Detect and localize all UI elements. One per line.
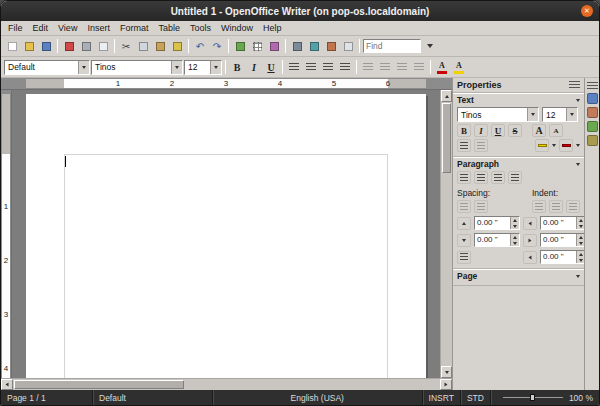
titlebar[interactable]: Untitled 1 - OpenOffice Writer (on pop-o…: [1, 1, 599, 21]
navigator-tab-icon[interactable]: [587, 135, 598, 146]
menu-edit[interactable]: Edit: [28, 22, 54, 34]
align-center-icon[interactable]: [474, 171, 488, 184]
numbering-icon[interactable]: [360, 59, 376, 75]
grow-font-icon[interactable]: A: [532, 124, 546, 137]
spin-down-icon[interactable]: [576, 240, 584, 246]
chevron-down-icon[interactable]: [210, 61, 221, 74]
chevron-down-icon[interactable]: [527, 108, 538, 121]
chevron-down-icon[interactable]: [566, 108, 577, 121]
decrease-indent-icon[interactable]: [549, 200, 563, 213]
highlight-color-dropdown-icon[interactable]: [552, 144, 556, 147]
menu-tools[interactable]: Tools: [185, 22, 216, 34]
zoom-icon[interactable]: [340, 38, 356, 54]
increase-spacing-icon[interactable]: [457, 200, 471, 213]
horizontal-ruler[interactable]: 1 2 3 4 5 6: [1, 78, 452, 90]
format-paintbrush-icon[interactable]: [169, 38, 185, 54]
align-justify-icon[interactable]: [508, 171, 522, 184]
sidebar-menu-icon[interactable]: [569, 81, 580, 89]
align-center-icon[interactable]: [303, 59, 319, 75]
insert-table-icon[interactable]: [249, 38, 265, 54]
horizontal-scroll-thumb[interactable]: [14, 380, 184, 389]
font-color-icon[interactable]: A: [434, 59, 450, 75]
menu-window[interactable]: Window: [216, 22, 258, 34]
scroll-right-icon[interactable]: [440, 379, 452, 390]
menu-table[interactable]: Table: [153, 22, 185, 34]
align-right-icon[interactable]: [320, 59, 336, 75]
language-status[interactable]: English (USA): [213, 390, 423, 405]
document-page[interactable]: [26, 94, 426, 378]
character-spacing-icon[interactable]: [457, 139, 471, 152]
sidebar-font-name-combo[interactable]: Tinos: [457, 107, 539, 122]
spin-down-icon[interactable]: [576, 223, 584, 229]
highlight-color-icon[interactable]: [535, 139, 549, 152]
selection-mode[interactable]: STD: [461, 390, 491, 405]
hyperlink-icon[interactable]: [232, 38, 248, 54]
new-document-icon[interactable]: [4, 38, 20, 54]
spin-down-icon[interactable]: [510, 240, 519, 246]
sidebar-settings-icon[interactable]: [587, 82, 598, 90]
shrink-font-icon[interactable]: A: [549, 124, 563, 137]
scroll-down-icon[interactable]: [441, 366, 452, 378]
open-icon[interactable]: [21, 38, 37, 54]
indent-after-field[interactable]: 0.00 ": [540, 233, 584, 247]
decrease-spacing-icon[interactable]: [474, 200, 488, 213]
chevron-down-icon[interactable]: [78, 61, 89, 74]
cut-icon[interactable]: ✂: [118, 38, 134, 54]
italic-icon[interactable]: I: [246, 59, 262, 75]
find-replace-icon[interactable]: [289, 38, 305, 54]
close-button[interactable]: ✕: [581, 5, 593, 17]
redo-icon[interactable]: ↷: [209, 38, 225, 54]
scroll-track[interactable]: [185, 379, 440, 390]
gallery-icon[interactable]: [323, 38, 339, 54]
navigator-icon[interactable]: [306, 38, 322, 54]
indent-first-line-field[interactable]: 0.00 ": [540, 250, 584, 264]
strikethrough-icon[interactable]: S: [508, 124, 522, 137]
paragraph-style-combo[interactable]: Default: [4, 60, 90, 75]
indent-before-field[interactable]: 0.00 ": [540, 216, 584, 230]
highlighting-icon[interactable]: A: [451, 59, 467, 75]
menu-format[interactable]: Format: [115, 22, 154, 34]
font-size-combo[interactable]: 12: [184, 60, 222, 75]
gallery-tab-icon[interactable]: [587, 121, 598, 132]
character-shadow-icon[interactable]: [474, 139, 488, 152]
sidebar-font-size-combo[interactable]: 12: [542, 107, 578, 122]
find-input[interactable]: [363, 39, 421, 53]
menu-help[interactable]: Help: [258, 22, 287, 34]
align-right-icon[interactable]: [491, 171, 505, 184]
bold-icon[interactable]: B: [229, 59, 245, 75]
align-left-icon[interactable]: [286, 59, 302, 75]
properties-tab-icon[interactable]: [587, 93, 598, 104]
switch-indent-icon[interactable]: [566, 200, 580, 213]
vertical-scrollbar[interactable]: [440, 90, 452, 378]
align-left-icon[interactable]: [457, 171, 471, 184]
page-count[interactable]: Page 1 / 1: [1, 390, 93, 405]
section-options-icon[interactable]: [576, 163, 580, 166]
copy-icon[interactable]: [135, 38, 151, 54]
export-pdf-icon[interactable]: [61, 38, 77, 54]
menu-insert[interactable]: Insert: [82, 22, 115, 34]
align-justify-icon[interactable]: [337, 59, 353, 75]
insert-mode[interactable]: INSRT: [423, 390, 461, 405]
draw-functions-icon[interactable]: [266, 38, 282, 54]
spin-down-icon[interactable]: [576, 257, 584, 263]
save-icon[interactable]: [38, 38, 54, 54]
menu-view[interactable]: View: [53, 22, 82, 34]
bullets-icon[interactable]: [377, 59, 393, 75]
menu-file[interactable]: File: [3, 22, 28, 34]
zoom-slider-thumb[interactable]: [530, 394, 535, 401]
scroll-up-icon[interactable]: [441, 90, 452, 102]
zoom-value[interactable]: 100 %: [569, 393, 593, 403]
scroll-left-icon[interactable]: [1, 379, 13, 390]
section-options-icon[interactable]: [576, 99, 580, 102]
styles-tab-icon[interactable]: [587, 107, 598, 118]
bold-icon[interactable]: B: [457, 124, 471, 137]
page-style[interactable]: Default: [93, 390, 213, 405]
font-color-icon[interactable]: [559, 139, 573, 152]
document-canvas[interactable]: [12, 90, 440, 378]
line-spacing-icon[interactable]: [457, 251, 471, 264]
spacing-below-field[interactable]: 0.00 ": [474, 233, 520, 247]
chevron-down-icon[interactable]: [171, 61, 182, 74]
underline-icon[interactable]: U: [491, 124, 505, 137]
horizontal-scrollbar[interactable]: [1, 378, 452, 390]
increase-indent-icon[interactable]: [411, 59, 427, 75]
